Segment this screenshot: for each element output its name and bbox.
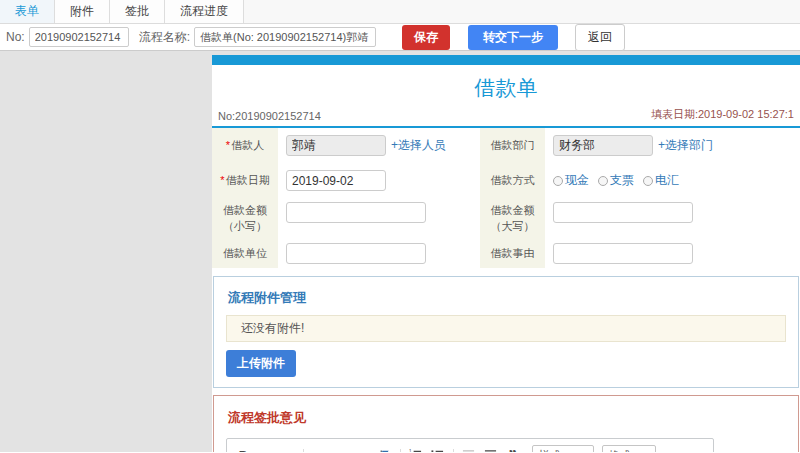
process-name-label: 流程名称: [139, 29, 190, 46]
upload-attachment-button[interactable]: 上传附件 [226, 350, 296, 377]
editor-toolbar: B I abc [227, 439, 713, 452]
strikethrough-icon[interactable]: abc [280, 449, 295, 453]
attachments-title: 流程附件管理 [226, 285, 786, 307]
loan-method-label: 借款方式 [480, 163, 545, 198]
blockquote-icon[interactable]: ” [506, 449, 520, 453]
rich-text-editor: B I abc [226, 438, 714, 452]
toolbar-separator [400, 449, 401, 453]
department-label: 借款部门 [480, 128, 545, 163]
form-row-amounts: 借款金额（小写） 借款金额（大写） [212, 198, 800, 238]
radio-check[interactable]: 支票 [598, 172, 634, 189]
save-button[interactable]: 保存 [402, 25, 450, 50]
form-row-borrower: *借款人 +选择人员 借款部门 +选择部门 [212, 128, 800, 163]
required-mark: * [226, 139, 230, 151]
amount-upper-label: 借款金额（大写） [480, 198, 545, 238]
forward-next-step-button[interactable]: 转交下一步 [468, 25, 558, 50]
toolbar-separator [453, 449, 454, 453]
bold-icon[interactable]: B [236, 449, 250, 453]
loan-date-input[interactable] [286, 170, 386, 191]
loan-unit-label: 借款单位 [212, 238, 278, 268]
borrower-label: *借款人 [212, 128, 278, 163]
loan-form-panel: 借款单 No:20190902152714 填表日期:2019-09-02 15… [212, 55, 800, 452]
anchor-flag-icon[interactable] [378, 449, 392, 453]
outdent-icon[interactable] [462, 449, 476, 453]
tab-form[interactable]: 表单 [0, 0, 55, 23]
italic-icon[interactable]: I [258, 449, 272, 453]
tab-bar: 表单 附件 签批 流程进度 [0, 0, 800, 24]
back-button[interactable]: 返回 [575, 24, 625, 51]
numbered-list-icon[interactable]: 123 [409, 449, 423, 453]
loan-reason-input[interactable] [553, 243, 693, 264]
no-label: No: [6, 30, 25, 44]
form-fill-date: 填表日期:2019-09-02 15:27:1 [651, 107, 794, 122]
remove-format-icon[interactable] [312, 449, 326, 453]
form-row-date-method: *借款日期 借款方式 现金 支票 电 [212, 163, 800, 198]
bulleted-list-icon[interactable] [431, 449, 445, 453]
format-dropdown[interactable]: 格式 ▼ [602, 445, 656, 452]
process-name-input[interactable] [194, 27, 376, 47]
loan-unit-input[interactable] [286, 243, 426, 264]
form-meta-row: No:20190902152714 填表日期:2019-09-02 15:27:… [212, 107, 800, 128]
radio-cash[interactable]: 现金 [553, 172, 589, 189]
form-header-bar [212, 55, 800, 65]
tab-process-progress[interactable]: 流程进度 [165, 0, 244, 23]
select-personnel-link[interactable]: +选择人员 [391, 137, 446, 154]
unlink-icon[interactable] [356, 449, 370, 453]
link-icon[interactable] [334, 449, 348, 453]
attachments-section: 流程附件管理 还没有附件! 上传附件 [213, 276, 799, 388]
loan-date-label: *借款日期 [212, 163, 278, 198]
amount-lower-label: 借款金额（小写） [212, 198, 278, 238]
main-area: 借款单 No:20190902152714 填表日期:2019-09-02 15… [0, 51, 800, 452]
form-title: 借款单 [212, 65, 800, 107]
borrower-input[interactable] [286, 135, 386, 156]
radio-circle-icon [553, 176, 563, 186]
approval-title: 流程签批意见 [226, 405, 786, 427]
loan-reason-label: 借款事由 [480, 238, 545, 268]
chevron-down-icon: ▼ [579, 451, 587, 452]
radio-circle-icon [598, 176, 608, 186]
amount-lower-input[interactable] [286, 202, 426, 223]
chevron-down-icon: ▼ [641, 451, 649, 452]
radio-circle-icon [643, 176, 653, 186]
radio-wire-transfer[interactable]: 电汇 [643, 172, 679, 189]
department-input[interactable] [553, 135, 653, 156]
svg-text:1: 1 [409, 449, 412, 452]
styles-dropdown[interactable]: 样式 ▼ [532, 445, 594, 452]
loan-method-radios: 现金 支票 电汇 [553, 172, 679, 189]
amount-upper-input[interactable] [553, 202, 693, 223]
form-number: No:20190902152714 [218, 110, 321, 122]
required-mark: * [220, 174, 224, 186]
tab-attachments[interactable]: 附件 [55, 0, 110, 23]
form-row-unit-reason: 借款单位 借款事由 [212, 238, 800, 268]
tab-approval[interactable]: 签批 [110, 0, 165, 23]
no-input[interactable] [29, 27, 129, 47]
approval-section: 流程签批意见 B I abc [213, 395, 799, 452]
indent-icon[interactable] [484, 449, 498, 453]
toolbar: No: 流程名称: 保存 转交下一步 返回 [0, 24, 800, 51]
select-department-link[interactable]: +选择部门 [658, 137, 713, 154]
toolbar-separator [303, 449, 304, 453]
no-attachments-message: 还没有附件! [226, 315, 786, 342]
